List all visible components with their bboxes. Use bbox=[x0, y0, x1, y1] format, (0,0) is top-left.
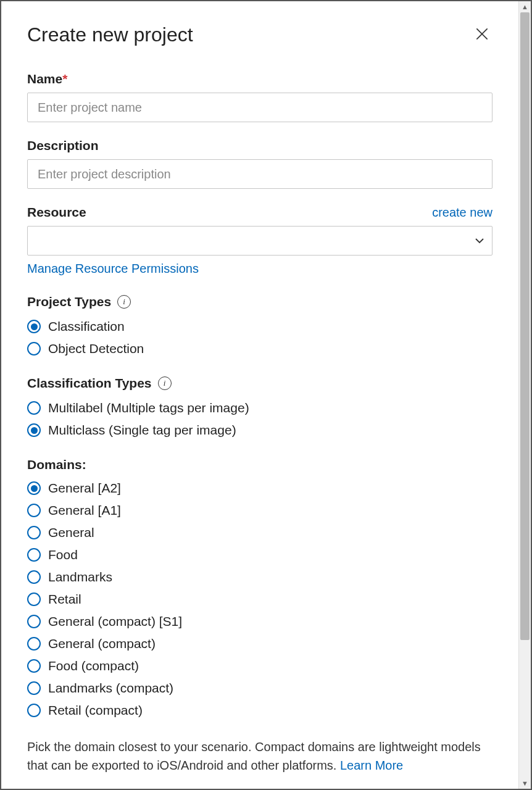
dialog-content: Create new project Name* Description Res… bbox=[1, 1, 518, 789]
classification-type-option[interactable]: Multiclass (Single tag per image) bbox=[27, 422, 493, 439]
radio-label: Food bbox=[48, 547, 78, 562]
resource-label-row: Resource create new bbox=[27, 205, 493, 220]
name-group: Name* bbox=[27, 72, 493, 122]
domain-option[interactable]: Food bbox=[27, 546, 493, 563]
radio-button[interactable] bbox=[27, 481, 41, 495]
radio-button[interactable] bbox=[27, 504, 41, 517]
help-text-body: Pick the domain closest to your scenario… bbox=[27, 740, 481, 772]
classification-types-list: Multilabel (Multiple tags per image)Mult… bbox=[27, 399, 493, 439]
domain-option[interactable]: General [A1] bbox=[27, 502, 493, 519]
scrollbar[interactable]: ▲ ▼ bbox=[518, 1, 531, 789]
radio-label: General [A2] bbox=[48, 481, 121, 496]
close-icon bbox=[474, 26, 490, 42]
radio-button[interactable] bbox=[27, 704, 41, 717]
radio-button[interactable] bbox=[27, 526, 41, 539]
required-indicator: * bbox=[62, 72, 67, 86]
radio-label: Landmarks bbox=[48, 570, 112, 584]
scroll-down-arrow-icon[interactable]: ▼ bbox=[520, 778, 531, 789]
project-type-option[interactable]: Classification bbox=[27, 318, 493, 335]
classification-types-header: Classification Types i bbox=[27, 376, 493, 391]
resource-select-wrapper bbox=[27, 226, 493, 256]
radio-label: Retail (compact) bbox=[48, 703, 143, 718]
resource-select[interactable] bbox=[27, 226, 493, 256]
domain-option[interactable]: General bbox=[27, 524, 493, 541]
project-types-list: ClassificationObject Detection bbox=[27, 318, 493, 357]
name-label-text: Name bbox=[27, 72, 62, 86]
radio-label: Food (compact) bbox=[48, 659, 139, 673]
create-project-dialog: Create new project Name* Description Res… bbox=[0, 0, 532, 790]
resource-group: Resource create new Manage Resource Perm… bbox=[27, 205, 493, 276]
radio-button[interactable] bbox=[27, 342, 41, 356]
radio-button[interactable] bbox=[27, 320, 41, 333]
info-icon[interactable]: i bbox=[117, 295, 131, 309]
info-icon[interactable]: i bbox=[158, 376, 172, 390]
description-input[interactable] bbox=[27, 159, 493, 189]
name-input[interactable] bbox=[27, 93, 493, 122]
domain-option[interactable]: Landmarks (compact) bbox=[27, 680, 493, 697]
create-resource-link[interactable]: create new bbox=[432, 206, 493, 220]
domain-option[interactable]: General (compact) [S1] bbox=[27, 613, 493, 630]
radio-button[interactable] bbox=[27, 423, 41, 437]
description-label: Description bbox=[27, 138, 493, 153]
domain-option[interactable]: Retail (compact) bbox=[27, 702, 493, 719]
radio-button[interactable] bbox=[27, 615, 41, 628]
scroll-track[interactable] bbox=[519, 12, 531, 778]
radio-label: General bbox=[48, 525, 94, 540]
name-label: Name* bbox=[27, 72, 493, 86]
radio-button[interactable] bbox=[27, 637, 41, 651]
domains-list: General [A2]General [A1]GeneralFoodLandm… bbox=[27, 480, 493, 719]
dialog-header: Create new project bbox=[27, 23, 493, 47]
radio-label: Multiclass (Single tag per image) bbox=[48, 423, 236, 438]
scroll-up-arrow-icon[interactable]: ▲ bbox=[520, 1, 531, 12]
learn-more-link[interactable]: Learn More bbox=[340, 759, 403, 772]
domain-option[interactable]: Food (compact) bbox=[27, 657, 493, 675]
project-types-title: Project Types bbox=[27, 294, 111, 309]
radio-label: Retail bbox=[48, 592, 81, 607]
domain-option[interactable]: Landmarks bbox=[27, 568, 493, 586]
manage-permissions-link[interactable]: Manage Resource Permissions bbox=[27, 262, 199, 276]
project-types-header: Project Types i bbox=[27, 294, 493, 309]
radio-label: General (compact) bbox=[48, 636, 156, 651]
radio-label: Landmarks (compact) bbox=[48, 681, 173, 696]
radio-button[interactable] bbox=[27, 592, 41, 606]
classification-type-option[interactable]: Multilabel (Multiple tags per image) bbox=[27, 399, 493, 417]
radio-label: General [A1] bbox=[48, 503, 121, 518]
domains-title: Domains: bbox=[27, 457, 493, 472]
radio-button[interactable] bbox=[27, 548, 41, 562]
radio-label: Classification bbox=[48, 319, 125, 334]
radio-button[interactable] bbox=[27, 659, 41, 673]
resource-label: Resource bbox=[27, 205, 86, 220]
project-type-option[interactable]: Object Detection bbox=[27, 340, 493, 357]
radio-button[interactable] bbox=[27, 570, 41, 584]
radio-label: Multilabel (Multiple tags per image) bbox=[48, 401, 249, 415]
radio-label: General (compact) [S1] bbox=[48, 614, 182, 629]
domain-option[interactable]: General (compact) bbox=[27, 635, 493, 652]
domains-help-text: Pick the domain closest to your scenario… bbox=[27, 738, 493, 775]
close-button[interactable] bbox=[472, 23, 493, 47]
domain-option[interactable]: General [A2] bbox=[27, 480, 493, 497]
classification-types-title: Classification Types bbox=[27, 376, 152, 391]
domain-option[interactable]: Retail bbox=[27, 591, 493, 608]
radio-label: Object Detection bbox=[48, 341, 144, 356]
scroll-thumb[interactable] bbox=[520, 12, 530, 640]
description-group: Description bbox=[27, 138, 493, 189]
dialog-title: Create new project bbox=[27, 23, 193, 46]
radio-button[interactable] bbox=[27, 401, 41, 415]
radio-button[interactable] bbox=[27, 681, 41, 695]
